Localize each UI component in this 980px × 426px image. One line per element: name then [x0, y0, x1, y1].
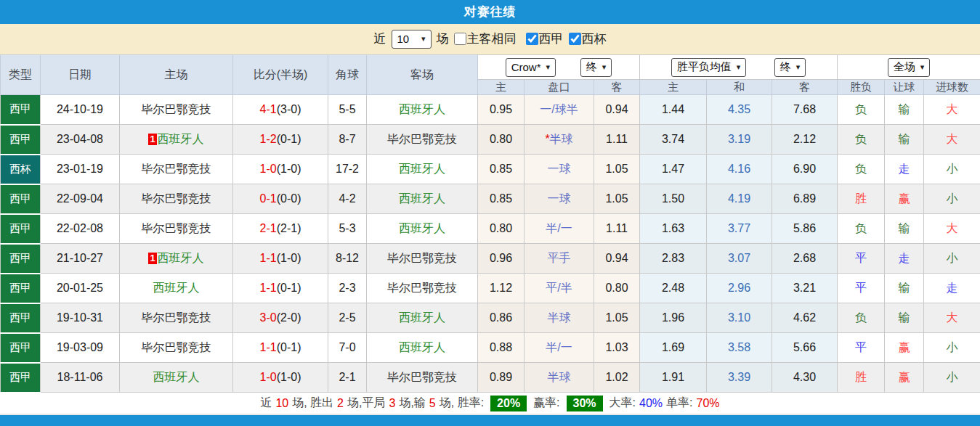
cell-handicap: 半/一 [525, 333, 594, 363]
cell-home-team: 1西班牙人 [120, 244, 233, 274]
cell-goals-result: 小 [924, 333, 980, 363]
avg-odds-select[interactable]: 胜平负均值 ▾ [671, 58, 747, 77]
league2-option[interactable]: 西杯 [569, 30, 607, 47]
cell-home-team: 毕尔巴鄂竞技 [120, 333, 233, 363]
handicap-value: 半球 [548, 371, 571, 383]
cell-avg-away: 6.89 [772, 184, 838, 214]
cell-odds-home: 0.80 [478, 214, 525, 244]
cell-odds-away: 0.80 [594, 274, 640, 303]
handicap-value: 半球 [548, 311, 571, 324]
full-time-score: 0-1 [260, 192, 277, 205]
cell-goals-result: 小 [924, 184, 980, 214]
same-side-option[interactable]: 主客相同 [454, 30, 517, 47]
cell-handicap-result: 输 [885, 95, 924, 125]
league2-checkbox[interactable] [569, 33, 581, 45]
cell-corners: 8-12 [328, 244, 367, 274]
handicap-value: 半/一 [546, 222, 572, 234]
loss-count: 5 [429, 397, 436, 410]
cell-outcome: 负 [838, 214, 885, 244]
cell-avg-home: 1.63 [640, 214, 707, 244]
cell-corners: 2-3 [328, 274, 367, 303]
big-rate-value: 40% [639, 397, 663, 410]
cell-goals-result: 大 [924, 95, 980, 125]
head-to-head-panel: 对赛往绩 近 10 ▾ 场 主客相同 西甲 西杯 [0, 0, 980, 426]
cell-date: 21-10-27 [41, 244, 120, 274]
subheader-handicap: 盘口 [525, 80, 594, 95]
match-count-select[interactable]: 10 ▾ [392, 30, 432, 49]
cell-odds-home: 0.85 [478, 184, 525, 214]
table-row: 西甲 19-10-31 毕尔巴鄂竞技 3-0(2-0) 2-5 西班牙人 0.8… [1, 303, 980, 333]
scope-select-value: 全场 [894, 60, 915, 74]
cell-handicap: 一球 [525, 184, 594, 214]
cell-away-team: 西班牙人 [367, 155, 478, 184]
cell-league-type: 西甲 [1, 125, 41, 155]
cell-avg-away: 4.62 [772, 303, 838, 333]
cell-avg-home: 2.83 [640, 244, 707, 274]
cell-home-team: 毕尔巴鄂竞技 [120, 184, 233, 214]
odds-time-select[interactable]: 终 ▾ [580, 58, 612, 77]
cell-date: 23-01-19 [41, 155, 120, 184]
same-side-checkbox[interactable] [454, 33, 466, 45]
half-time-score: (2-0) [277, 311, 301, 324]
cell-date: 22-09-04 [41, 184, 120, 214]
cell-handicap-result: 输 [885, 303, 924, 333]
table-row: 西甲 18-11-06 西班牙人 1-0(1-0) 2-1 毕尔巴鄂竞技 0.8… [1, 363, 980, 393]
half-time-score: (3-0) [277, 103, 301, 115]
cell-home-team: 西班牙人 [120, 274, 233, 303]
red-card-badge: 1 [148, 134, 156, 145]
cell-handicap-result: 赢 [885, 184, 924, 214]
cell-odds-home: 1.12 [478, 274, 525, 303]
avg-odds-select-value: 胜平负均值 [677, 60, 732, 74]
league1-checkbox[interactable] [526, 33, 538, 45]
away-team-name: 西班牙人 [399, 222, 445, 234]
single-rate-value: 70% [697, 397, 720, 410]
cell-league-type: 西甲 [1, 244, 41, 274]
subheader-avg-draw: 和 [707, 80, 772, 95]
near-label: 近 [374, 30, 386, 47]
cell-odds-home: 0.89 [478, 363, 525, 393]
cell-avg-away: 2.12 [772, 125, 838, 155]
cell-score: 1-1(0-1) [233, 274, 328, 303]
odds-select-group: Crow* ▾ 终 ▾ [478, 55, 640, 80]
odds-time-select-value: 终 [586, 60, 597, 74]
cell-avg-home: 1.96 [640, 303, 707, 333]
table-row: 西甲 22-09-04 毕尔巴鄂竞技 0-1(0-0) 4-2 西班牙人 0.8… [1, 184, 980, 214]
league2-label: 西杯 [582, 30, 607, 47]
col-header-date: 日期 [41, 55, 120, 95]
cell-league-type: 西甲 [1, 333, 41, 363]
cell-handicap-result: 输 [885, 214, 924, 244]
cell-odds-home: 0.86 [478, 303, 525, 333]
match-history-table: 类型 日期 主场 比分(半场) 角球 客场 Crow* ▾ 终 ▾ [0, 54, 980, 393]
cell-corners: 5-5 [328, 95, 367, 125]
avg-time-select[interactable]: 终 ▾ [774, 58, 806, 77]
cell-outcome: 负 [838, 95, 885, 125]
cell-handicap: 半球 [525, 363, 594, 393]
bookmaker-select[interactable]: Crow* ▾ [506, 58, 556, 77]
subheader-odds-away: 客 [594, 80, 640, 95]
home-team-name: 西班牙人 [158, 252, 204, 264]
handicap-value: 平手 [548, 252, 571, 264]
cell-corners: 4-2 [328, 184, 367, 214]
cell-goals-result: 大 [924, 303, 980, 333]
handicap-value: 一/球半 [540, 103, 578, 115]
cell-corners: 2-1 [328, 363, 367, 393]
cell-odds-away: 1.03 [594, 333, 640, 363]
filter-bar: 近 10 ▾ 场 主客相同 西甲 西杯 [0, 24, 980, 54]
league1-option[interactable]: 西甲 [526, 30, 564, 47]
cell-avg-away: 6.90 [772, 155, 838, 184]
table-row: 西甲 20-01-25 西班牙人 1-1(0-1) 2-3 毕尔巴鄂竞技 1.1… [1, 274, 980, 303]
cell-away-team: 毕尔巴鄂竞技 [367, 363, 478, 393]
cell-goals-result: 大 [924, 125, 980, 155]
cell-avg-draw: 4.19 [707, 184, 772, 214]
scope-select[interactable]: 全场 ▾ [888, 58, 931, 77]
away-team-name: 西班牙人 [399, 103, 445, 115]
cell-odds-away: 1.11 [594, 214, 640, 244]
cell-handicap: 平手 [525, 244, 594, 274]
cell-handicap: 平/半 [525, 274, 594, 303]
cell-avg-away: 7.68 [772, 95, 838, 125]
cell-away-team: 西班牙人 [367, 95, 478, 125]
cell-odds-away: 1.05 [594, 303, 640, 333]
cell-handicap-result: 赢 [885, 363, 924, 393]
cell-odds-home: 0.88 [478, 333, 525, 363]
cell-date: 24-10-19 [41, 95, 120, 125]
